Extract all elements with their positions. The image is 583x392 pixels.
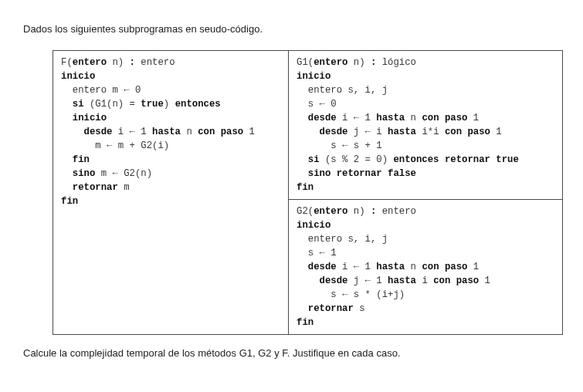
code-G1: G1(entero n) : lógico inicio entero s, i… — [297, 56, 556, 194]
code-F: F(entero n) : entero inicio entero m ← 0… — [61, 56, 282, 208]
pseudocode-table: F(entero n) : entero inicio entero m ← 0… — [53, 50, 563, 335]
cell-G2: G2(entero n) : entero inicio entero s, i… — [289, 199, 563, 334]
intro-text: Dados los siguientes subprogramas en seu… — [23, 23, 560, 36]
cell-G1: G1(entero n) : lógico inicio entero s, i… — [289, 50, 563, 199]
cell-F: F(entero n) : entero inicio entero m ← 0… — [53, 50, 289, 334]
exercise-page: Dados los siguientes subprogramas en seu… — [0, 0, 583, 376]
code-G2: G2(entero n) : entero inicio entero s, i… — [297, 204, 556, 329]
outro-text: Calcule la complejidad temporal de los m… — [23, 347, 560, 360]
